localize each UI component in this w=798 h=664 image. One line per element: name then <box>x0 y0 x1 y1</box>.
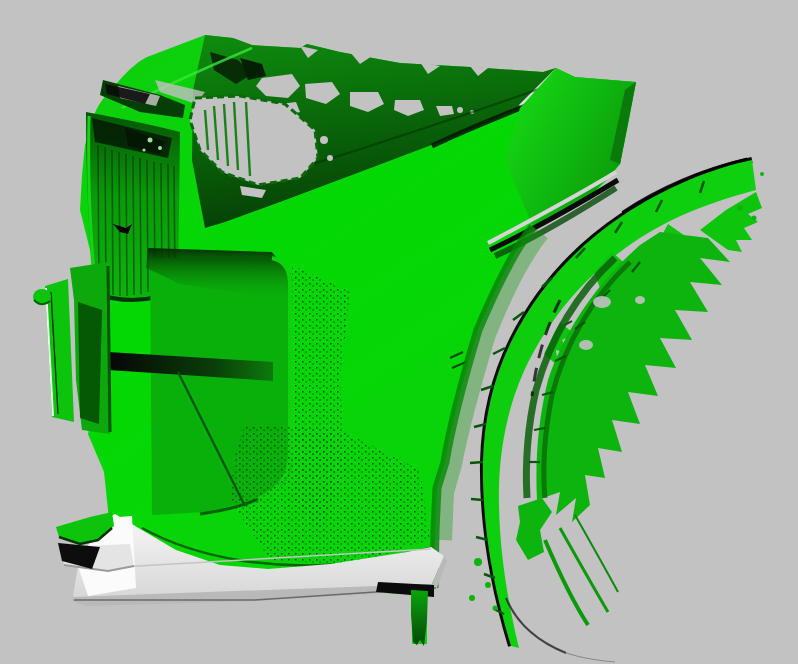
scan-viewport[interactable] <box>0 0 798 664</box>
viewport-canvas[interactable] <box>0 0 798 664</box>
bracket-gap-shadow <box>78 302 102 424</box>
bracket-slab-edge <box>108 266 110 432</box>
